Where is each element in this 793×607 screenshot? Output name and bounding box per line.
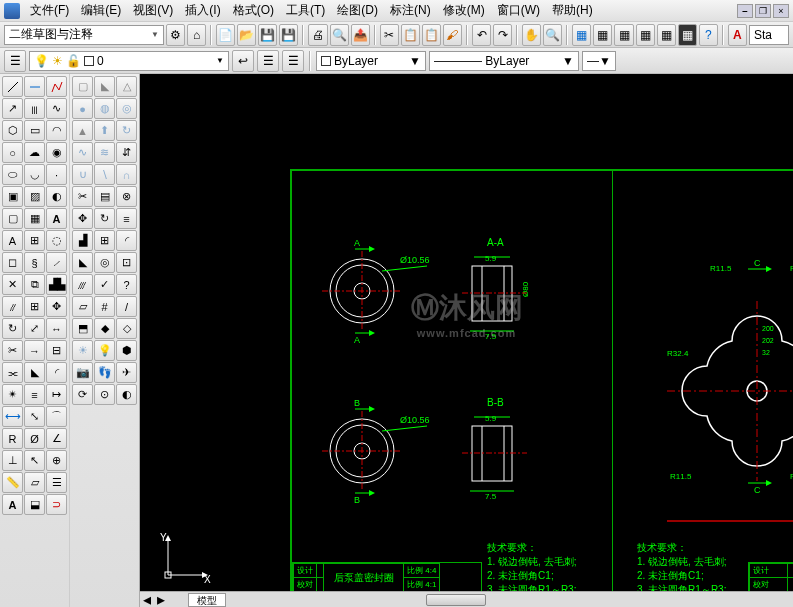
sweep-tool[interactable]: ∿ [72, 142, 93, 163]
dim-radius-tool[interactable]: R [2, 428, 23, 449]
join-tool[interactable]: ⫘ [2, 362, 23, 383]
scale-tool[interactable]: ⤢ [24, 318, 45, 339]
section-tool[interactable]: ▤ [94, 186, 115, 207]
save-button[interactable]: 💾 [258, 24, 277, 46]
point-tool[interactable]: · [46, 164, 67, 185]
layer-previous-button[interactable]: ↩ [232, 50, 254, 72]
visual-tool[interactable]: ◐ [116, 384, 137, 405]
rotate-tool[interactable]: ↻ [2, 318, 23, 339]
layer-iso-button[interactable]: ☰ [282, 50, 304, 72]
clean-tool[interactable]: ✓ [94, 274, 115, 295]
union-tool[interactable]: ∪ [72, 164, 93, 185]
menu-dimension[interactable]: 标注(N) [384, 0, 437, 21]
lineweight-combo[interactable]: —▼ [582, 51, 616, 71]
helix-tool[interactable]: § [24, 252, 45, 273]
3dpoly-tool[interactable]: ⟋ [46, 252, 67, 273]
dim-ordinate-tool[interactable]: ⊥ [2, 450, 23, 471]
menu-file[interactable]: 文件(F) [24, 0, 75, 21]
tolerance-tool[interactable]: ⊕ [46, 450, 67, 471]
hscroll-thumb[interactable] [426, 594, 486, 606]
break-tool[interactable]: ⊟ [46, 340, 67, 361]
cut-button[interactable]: ✂ [380, 24, 399, 46]
view-tool[interactable]: ⬓ [24, 494, 45, 515]
new-button[interactable]: 📄 [216, 24, 235, 46]
layer-manager-button[interactable]: ☰ [4, 50, 26, 72]
cylinder-tool[interactable]: ◍ [94, 98, 115, 119]
help-button[interactable]: ? [699, 24, 718, 46]
textstyle-button[interactable]: A [728, 24, 747, 46]
fillet-tool[interactable]: ◜ [46, 362, 67, 383]
interfere-tool[interactable]: ⊗ [116, 186, 137, 207]
copy-tool[interactable]: ⧉ [24, 274, 45, 295]
explode-tool[interactable]: ✴ [2, 384, 23, 405]
trim-tool[interactable]: ✂ [2, 340, 23, 361]
hatch-tool[interactable]: ▨ [24, 186, 45, 207]
mirror-tool[interactable]: ▟▙ [46, 274, 67, 295]
material-tool[interactable]: ⬢ [116, 340, 137, 361]
offset-tool[interactable]: ⫽ [2, 296, 23, 317]
3darray-tool[interactable]: ⊞ [94, 230, 115, 251]
loft-tool[interactable]: ≋ [94, 142, 115, 163]
dim-angular-tool[interactable]: ∠ [46, 428, 67, 449]
camera-tool[interactable]: 📷 [72, 362, 93, 383]
markup-button[interactable]: ▦ [657, 24, 676, 46]
extrude-tool[interactable]: ⬆ [94, 120, 115, 141]
drawing-canvas[interactable]: A3图框 A A Ø10.56 A-A [140, 74, 793, 607]
zoom-button[interactable]: 🔍 [543, 24, 562, 46]
planar-tool[interactable]: ▱ [72, 296, 93, 317]
move-tool[interactable]: ✥ [46, 296, 67, 317]
redo-button[interactable]: ↷ [493, 24, 512, 46]
light-tool[interactable]: 💡 [94, 340, 115, 361]
quickcalc-button[interactable]: ▦ [678, 24, 697, 46]
orbit-tool[interactable]: ⟳ [72, 384, 93, 405]
gradient-tool[interactable]: ◐ [46, 186, 67, 207]
box-tool[interactable]: ▢ [72, 76, 93, 97]
dim-diameter-tool[interactable]: Ø [24, 428, 45, 449]
lengthen-tool[interactable]: ↦ [46, 384, 67, 405]
separate-tool[interactable]: ⫻ [72, 274, 93, 295]
paste-button[interactable]: 📋 [422, 24, 441, 46]
menu-help[interactable]: 帮助(H) [546, 0, 599, 21]
dim-aligned-tool[interactable]: ⤡ [24, 406, 45, 427]
pan-button[interactable]: ✋ [522, 24, 541, 46]
ellipsearc-tool[interactable]: ◡ [24, 164, 45, 185]
array-tool[interactable]: ⊞ [24, 296, 45, 317]
menu-tools[interactable]: 工具(T) [280, 0, 331, 21]
stretch-tool[interactable]: ↔ [46, 318, 67, 339]
spline-tool[interactable]: ∿ [46, 98, 67, 119]
magnet-tool[interactable]: ⊃ [46, 494, 67, 515]
model-tab[interactable]: 模型 [188, 593, 226, 607]
menu-insert[interactable]: 插入(I) [179, 0, 226, 21]
home-button[interactable]: ⌂ [187, 24, 206, 46]
check-tool[interactable]: ? [116, 274, 137, 295]
torus-tool[interactable]: ◎ [116, 98, 137, 119]
polyline-tool[interactable] [46, 76, 67, 97]
tab-scroll-left[interactable]: ◂ [140, 590, 154, 607]
solidedit-tool[interactable]: ⬒ [72, 318, 93, 339]
3dmove-tool[interactable]: ✥ [72, 208, 93, 229]
plot-button[interactable]: 🖨 [308, 24, 327, 46]
wipeout-tool[interactable]: ◻ [2, 252, 23, 273]
rectangle-tool[interactable]: ▭ [24, 120, 45, 141]
linetype-combo[interactable]: ———— ByLayer ▼ [429, 51, 579, 71]
layer-states-button[interactable]: ☰ [257, 50, 279, 72]
mdi-restore-button[interactable]: ❐ [755, 4, 771, 18]
boundary-tool[interactable]: ◌ [46, 230, 67, 251]
revolve-tool[interactable]: ↻ [116, 120, 137, 141]
text-tool[interactable]: A [46, 208, 67, 229]
imprint-tool[interactable]: ⊡ [116, 252, 137, 273]
sphere-tool[interactable]: ● [72, 98, 93, 119]
menu-draw[interactable]: 绘图(D) [331, 0, 384, 21]
arc-tool[interactable]: ◠ [46, 120, 67, 141]
dim-arc-tool[interactable]: ⌒ [46, 406, 67, 427]
3dmirror-tool[interactable]: ▟ [72, 230, 93, 251]
preview-button[interactable]: 🔍 [330, 24, 349, 46]
subtract-tool[interactable]: ∖ [94, 164, 115, 185]
wedge-tool[interactable]: ◣ [94, 76, 115, 97]
multiline-tool[interactable]: ⫼ [24, 98, 45, 119]
intersect-tool[interactable]: ∩ [116, 164, 137, 185]
polygon-tool[interactable]: ⬡ [2, 120, 23, 141]
walk-tool[interactable]: 👣 [94, 362, 115, 383]
convtosolid-tool[interactable]: ◆ [94, 318, 115, 339]
edge-tool[interactable]: / [116, 296, 137, 317]
